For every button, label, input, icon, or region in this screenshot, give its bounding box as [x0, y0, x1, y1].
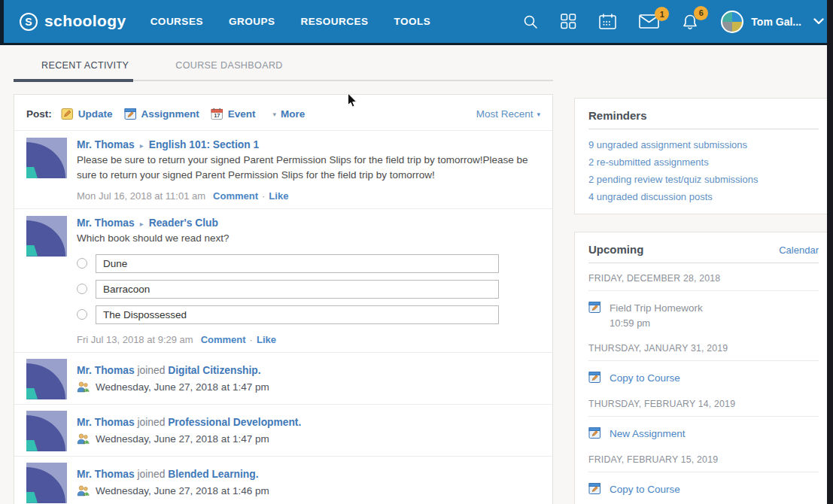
author-link[interactable]: Mr. Thomas: [77, 469, 135, 480]
window-edge: [827, 0, 833, 504]
author-link[interactable]: Mr. Thomas: [77, 417, 135, 428]
course-link[interactable]: Reader's Club: [149, 217, 218, 229]
search-icon[interactable]: [523, 14, 538, 29]
group-link[interactable]: Blended Learning.: [168, 469, 258, 480]
post-label: Post:: [26, 108, 52, 120]
post-event-label: Event: [228, 108, 256, 120]
joined-people-icon: [77, 381, 90, 393]
upcoming-item: Copy to Course: [588, 482, 819, 496]
calendar-icon[interactable]: [599, 14, 616, 29]
comment-link[interactable]: Comment: [201, 334, 246, 345]
course-link[interactable]: English 101: Section 1: [149, 139, 259, 150]
upcoming-group: FRIDAY, FEBRUARY 15, 2019Copy to Course: [588, 445, 819, 496]
post-more-button[interactable]: ▾ More: [267, 108, 306, 120]
poll-question: Which book should we read next?: [77, 231, 540, 246]
post-event-button[interactable]: 17 Event: [211, 108, 256, 120]
post-update-button[interactable]: Update: [61, 108, 113, 120]
chevron-down-icon: [813, 18, 824, 25]
comment-link[interactable]: Comment: [213, 190, 258, 202]
assignment-icon: [588, 482, 601, 495]
upcoming-date-heading: FRIDAY, DECEMBER 28, 2018: [588, 263, 819, 291]
group-link[interactable]: Professional Development.: [168, 417, 301, 428]
avatar: [26, 138, 67, 178]
poll-option: Barracoon: [77, 280, 540, 299]
joined-people-icon: [77, 433, 90, 445]
calendar-link[interactable]: Calendar: [779, 244, 819, 256]
upcoming-item-link[interactable]: Copy to Course: [610, 372, 680, 384]
joined-verb: joined: [135, 417, 169, 428]
avatar: [26, 463, 67, 503]
tab-course-dashboard[interactable]: COURSE DASHBOARD: [175, 60, 283, 71]
active-tab-indicator: [14, 79, 133, 82]
primary-nav: COURSES GROUPS RESOURCES TOOLS: [150, 16, 431, 27]
post-body: Please be sure to return your signed Par…: [77, 153, 540, 184]
timestamp: Wednesday, June 27, 2018 at 1:47 pm: [96, 381, 269, 393]
event-icon: 17: [211, 108, 223, 120]
post-assignment-button[interactable]: Assignment: [124, 108, 199, 120]
upcoming-groups: FRIDAY, DECEMBER 28, 2018Field Trip Home…: [588, 263, 819, 504]
sort-label: Most Recent: [476, 108, 534, 120]
nav-groups[interactable]: GROUPS: [229, 16, 275, 27]
poll-option-box[interactable]: Barracoon: [96, 280, 499, 299]
feed-item: Mr. Thomas▸Reader's ClubWhich book shoul…: [14, 209, 552, 353]
upcoming-date-heading: FRIDAY, FEBRUARY 15, 2019: [588, 445, 819, 472]
poll-option-label: The Dispossessed: [103, 309, 187, 320]
joined-people-icon: [77, 484, 90, 497]
window-edge: [0, 0, 4, 45]
reminder-link[interactable]: 2 pending review test/quiz submissions: [588, 171, 819, 188]
schoology-logo[interactable]: S schoology: [20, 12, 126, 32]
update-icon: [61, 108, 74, 120]
feed-item: Mr. Thomas joined Blended Learning.Wedne…: [14, 457, 552, 504]
poll-option-label: Barracoon: [103, 284, 150, 295]
radio-button[interactable]: [77, 309, 87, 320]
nav-resources[interactable]: RESOURCES: [300, 16, 368, 27]
like-link[interactable]: Like: [257, 334, 276, 345]
upcoming-item-link[interactable]: Copy to Course: [610, 484, 680, 495]
caret-down-icon: ▾: [537, 111, 540, 118]
group-link[interactable]: Digital Citizenship.: [168, 365, 260, 376]
recent-activity-feed: Post: Update Assignment 17 Event ▾ More …: [14, 94, 553, 504]
avatar: [26, 359, 67, 399]
like-link[interactable]: Like: [269, 190, 288, 202]
nav-courses[interactable]: COURSES: [150, 16, 203, 27]
avatar: [26, 411, 67, 451]
radio-button[interactable]: [77, 258, 87, 269]
feed-list: Mr. Thomas▸English 101: Section 1Please …: [14, 131, 552, 504]
upcoming-item: Field Trip Homework10:59 pm: [588, 301, 819, 329]
assignment-icon: [588, 301, 601, 314]
messages-icon[interactable]: 1: [639, 14, 659, 29]
tab-recent-activity[interactable]: RECENT ACTIVITY: [41, 60, 129, 71]
arrow-separator-icon: ▸: [140, 220, 144, 228]
navbar-actions: 1 6 Tom Gal...: [523, 11, 824, 33]
tab-underline: [14, 79, 553, 82]
reminders-links: 9 ungraded assignment submissions2 re-su…: [588, 136, 819, 205]
notifications-icon[interactable]: 6: [682, 14, 698, 30]
radio-button[interactable]: [77, 284, 87, 294]
author-link[interactable]: Mr. Thomas: [77, 217, 135, 229]
assignment-icon: [588, 371, 601, 384]
app-grid-icon[interactable]: [561, 14, 576, 29]
assignment-icon: [124, 108, 137, 120]
nav-tools[interactable]: TOOLS: [394, 16, 430, 27]
poll-option-box[interactable]: The Dispossessed: [96, 305, 499, 324]
timestamp: Wednesday, June 27, 2018 at 1:46 pm: [96, 485, 269, 496]
feed-item: Mr. Thomas joined Professional Developme…: [14, 405, 552, 457]
upcoming-group: FRIDAY, NOVEMBER 8, 2019: [588, 500, 819, 504]
reminder-link[interactable]: 9 ungraded assignment submissions: [588, 136, 819, 153]
poll-option-box[interactable]: Dune: [96, 254, 499, 273]
caret-down-icon: ▾: [273, 111, 277, 118]
upcoming-item: Copy to Course: [588, 371, 819, 384]
user-menu[interactable]: Tom Gal...: [721, 11, 824, 33]
upcoming-item-label: Field Trip Homework: [610, 302, 703, 314]
reminder-link[interactable]: 4 ungraded discussion posts: [588, 188, 819, 205]
upcoming-date-heading: THURSDAY, JANUARY 31, 2019: [588, 333, 819, 361]
upcoming-item-link[interactable]: New Assignment: [610, 428, 686, 439]
upcoming-date-heading: THURSDAY, FEBRUARY 14, 2019: [588, 389, 819, 417]
author-link[interactable]: Mr. Thomas: [77, 365, 135, 376]
reminder-link[interactable]: 2 re-submitted assignments: [588, 153, 819, 171]
author-link[interactable]: Mr. Thomas: [77, 139, 135, 150]
sort-dropdown[interactable]: Most Recent ▾: [476, 108, 540, 120]
meta-separator: ·: [262, 190, 265, 202]
poll-option: Dune: [77, 254, 540, 273]
brand-text: schoology: [44, 12, 126, 32]
